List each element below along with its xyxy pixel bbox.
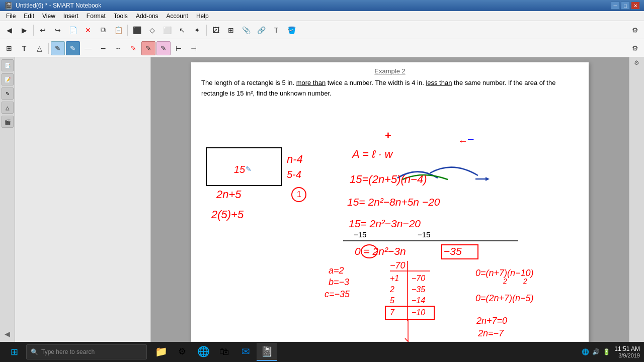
svg-text:n-4: n-4 xyxy=(287,153,303,165)
undo-btn[interactable]: ↩ xyxy=(36,23,50,37)
taskbar-app-settings[interactable]: ⚙ xyxy=(172,343,192,361)
pen-blue-btn[interactable]: ✎ xyxy=(51,41,65,55)
title-bar-text: Untitled(6) * - SMART Notebook xyxy=(16,2,101,9)
settings2-btn[interactable]: ⚙ xyxy=(628,41,642,55)
shapes-btn[interactable]: ◇ xyxy=(145,23,159,37)
pen-dash-btn[interactable]: ╌ xyxy=(111,41,125,55)
svg-text:−70: −70 xyxy=(412,274,425,283)
sidebar-shapes-icon[interactable]: △ xyxy=(2,102,14,114)
link-btn[interactable]: 🔗 xyxy=(254,23,268,37)
svg-text:−35: −35 xyxy=(444,245,462,257)
sidebar-pen-icon[interactable]: ✎ xyxy=(2,87,14,100)
sidebar-arrow-left[interactable]: ◀ xyxy=(5,330,10,338)
notebook-page: Example 2 The length of a rectangle is 5… xyxy=(191,62,589,342)
svg-text:2n+5: 2n+5 xyxy=(216,188,242,201)
math-work-area: 15 ✎ n-4 5-4 1 2n+5 2(5)+5 xyxy=(201,105,579,342)
svg-text:+1: +1 xyxy=(390,274,399,283)
eraser-btn[interactable]: ⬜ xyxy=(160,23,174,37)
pen-arrow-btn[interactable]: ✎ xyxy=(126,41,140,55)
taskbar-app-explorer[interactable]: 📁 xyxy=(151,343,171,361)
settings-btn[interactable]: ⚙ xyxy=(628,23,642,37)
close-button[interactable]: ✕ xyxy=(631,2,640,10)
toolbar-2: ⊞ T △ ✎ ✎ — ━ ╌ ✎ ✎ ✎ ⊢ ⊣ ⚙ xyxy=(0,39,644,57)
select-btn[interactable]: ↖ xyxy=(175,23,189,37)
minimize-button[interactable]: ─ xyxy=(611,2,620,10)
taskbar-tray: 🌐 🔊 🔋 11:51 AM 3/9/2019 xyxy=(582,345,640,358)
menu-view[interactable]: View xyxy=(38,12,59,21)
pen-pink-btn[interactable]: ✎ xyxy=(156,41,171,55)
pen-line3-btn[interactable]: ⊢ xyxy=(172,41,186,55)
nav-back-btn[interactable]: ◀ xyxy=(2,23,16,37)
search-icon: 🔍 xyxy=(31,348,38,355)
menu-format[interactable]: Format xyxy=(83,12,110,21)
delete-btn[interactable]: ✕ xyxy=(81,23,95,37)
text-btn[interactable]: T xyxy=(269,23,283,37)
taskbar-app-store[interactable]: 🛍 xyxy=(214,343,234,361)
fill-btn[interactable]: 🪣 xyxy=(284,23,298,37)
menu-addons[interactable]: Add-ons xyxy=(132,12,163,21)
sidebar-notes-icon[interactable]: 📝 xyxy=(2,73,14,85)
menu-tools[interactable]: Tools xyxy=(110,12,132,21)
search-placeholder: Type here to search xyxy=(41,348,95,355)
new-page-btn[interactable]: 📄 xyxy=(66,23,80,37)
svg-text:+: + xyxy=(385,129,391,142)
svg-text:←: ← xyxy=(458,135,468,146)
taskbar-app-chrome[interactable]: 🌐 xyxy=(193,343,213,361)
menu-edit[interactable]: Edit xyxy=(20,12,38,21)
left-sidebar: 📑 📝 ✎ △ 🎬 ◀ xyxy=(0,57,15,342)
table-btn[interactable]: ⊞ xyxy=(2,41,16,55)
toolbar-1: ◀ ▶ ↩ ↪ 📄 ✕ ⧉ 📋 ⬛ ◇ ⬜ ↖ ✦ 🖼 ⊞ 📎 🔗 T 🪣 ⚙ xyxy=(0,21,644,39)
text2-btn[interactable]: T xyxy=(17,41,31,55)
magic-btn[interactable]: ✦ xyxy=(190,23,204,37)
sidebar-pages-icon[interactable]: 📑 xyxy=(2,59,14,71)
svg-text:−10: −10 xyxy=(412,308,425,317)
right-panel-btn[interactable]: ⚙ xyxy=(634,59,639,66)
menu-account[interactable]: Account xyxy=(163,12,192,21)
maximize-button[interactable]: □ xyxy=(621,2,630,10)
explorer-icon: 📁 xyxy=(155,345,168,357)
svg-text:15: 15 xyxy=(234,164,246,175)
pen-line-btn[interactable]: — xyxy=(81,41,95,55)
svg-text:5: 5 xyxy=(390,296,394,305)
svg-text:✎: ✎ xyxy=(246,165,252,173)
svg-text:b=−3: b=−3 xyxy=(329,277,349,287)
clock: 11:51 AM 3/9/2019 xyxy=(614,345,640,358)
start-button[interactable]: ⊞ xyxy=(4,344,24,360)
svg-text:2: 2 xyxy=(389,285,394,294)
thumbnails-panel[interactable] xyxy=(15,57,151,342)
menu-insert[interactable]: Insert xyxy=(59,12,83,21)
svg-text:5-4: 5-4 xyxy=(287,169,301,180)
paste-btn[interactable]: 📋 xyxy=(111,23,125,37)
taskbar: ⊞ 🔍 Type here to search 📁 ⚙ 🌐 🛍 ✉ 📓 🌐 🔊 … xyxy=(0,342,644,362)
title-bar-left: 📓 Untitled(6) * - SMART Notebook xyxy=(4,2,101,10)
sep1 xyxy=(33,25,34,36)
pen-blue2-btn[interactable]: ✎ xyxy=(66,41,80,55)
svg-text:─: ─ xyxy=(467,135,474,143)
svg-line-41 xyxy=(405,338,413,342)
svg-text:2: 2 xyxy=(503,277,507,285)
shape2-btn[interactable]: △ xyxy=(32,41,46,55)
insert-pic-btn[interactable]: 🖼 xyxy=(209,23,223,37)
pen-red-btn[interactable]: ✎ xyxy=(141,41,155,55)
page-content: Example 2 The length of a rectangle is 5… xyxy=(191,62,589,342)
sidebar-media-icon[interactable]: 🎬 xyxy=(2,116,14,128)
taskbar-search-bar[interactable]: 🔍 Type here to search xyxy=(26,344,147,359)
nav-forward-btn[interactable]: ▶ xyxy=(17,23,31,37)
pen-line4-btn[interactable]: ⊣ xyxy=(187,41,201,55)
windows-logo: ⊞ xyxy=(11,346,18,357)
problem-text: The length of a rectangle is 5 in. more … xyxy=(201,78,579,99)
content-area: Example 2 The length of a rectangle is 5… xyxy=(151,57,629,342)
screen-btn[interactable]: ⬛ xyxy=(130,23,144,37)
gallery-btn[interactable]: ⊞ xyxy=(224,23,238,37)
pen-line2-btn[interactable]: ━ xyxy=(96,41,110,55)
svg-text:c=−35: c=−35 xyxy=(325,289,350,299)
taskbar-app-smartnotebook[interactable]: 📓 xyxy=(257,343,277,361)
tray-battery-icon: 🔋 xyxy=(603,348,610,355)
menu-help[interactable]: Help xyxy=(192,12,213,21)
taskbar-app-mail[interactable]: ✉ xyxy=(235,343,256,361)
copy-btn[interactable]: ⧉ xyxy=(96,23,110,37)
more-than-text: more than xyxy=(296,79,326,86)
redo-btn[interactable]: ↪ xyxy=(51,23,65,37)
attach-btn[interactable]: 📎 xyxy=(239,23,253,37)
menu-file[interactable]: File xyxy=(2,12,20,21)
